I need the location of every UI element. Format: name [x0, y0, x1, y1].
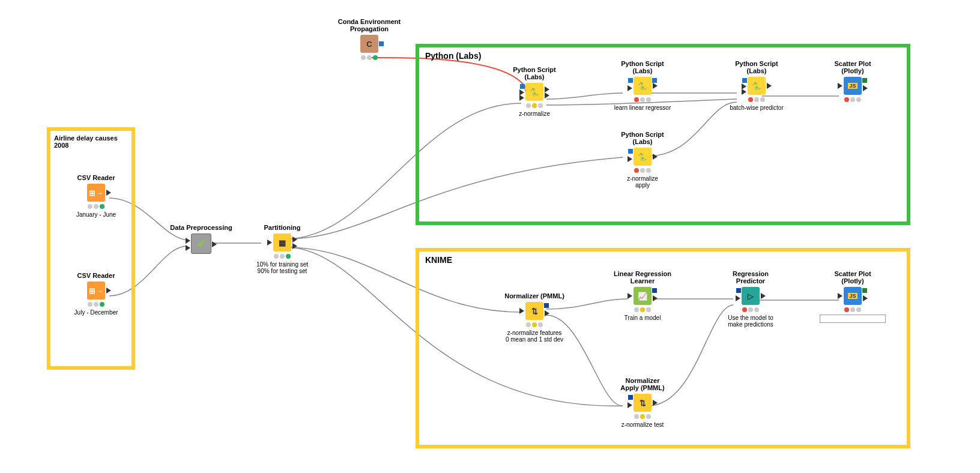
traffic-lights	[66, 204, 126, 209]
node-subtitle: 10% for training set 90% for testing set	[243, 261, 321, 274]
node-title: CSV Reader	[66, 174, 126, 181]
empty-annotation[interactable]	[820, 315, 886, 323]
normalizer-icon: ⇅	[525, 302, 543, 320]
node-python-znormalize-apply[interactable]: Python Script (Labs) 🐍 z-normalize apply	[603, 131, 682, 188]
normalizer-icon: ⇅	[634, 394, 652, 412]
node-data-preprocessing[interactable]: Data Preprocessing ✔	[165, 224, 237, 254]
node-partitioning[interactable]: Partitioning ▦ 10% for training set 90% …	[243, 224, 321, 274]
node-subtitle: z-normalize apply	[603, 175, 682, 188]
node-title: Scatter Plot (Plotly)	[820, 60, 886, 74]
node-subtitle: z-normalize features 0 mean and 1 std de…	[492, 330, 576, 343]
node-python-linreg[interactable]: Python Script (Labs) 🐍 learn linear regr…	[603, 60, 682, 111]
csv-icon: ⊞→	[87, 184, 105, 202]
node-csv-reader-1[interactable]: CSV Reader ⊞→ January - June	[66, 174, 126, 218]
traffic-lights	[712, 307, 790, 312]
node-python-znormalize[interactable]: Python Script (Labs) 🐍 z-normalize	[501, 66, 567, 117]
regpred-icon: ▷	[742, 287, 760, 305]
csv-icon: ⊞→	[87, 282, 105, 300]
traffic-lights	[603, 168, 682, 173]
node-conda-title: Conda Environment Propagation	[330, 18, 408, 32]
traffic-lights	[243, 254, 321, 259]
traffic-lights	[606, 414, 679, 419]
node-title: Partitioning	[243, 224, 321, 231]
node-normalizer-apply[interactable]: Normalizer Apply (PMML) ⇅ z-normalize te…	[606, 377, 679, 428]
node-linreg-learner[interactable]: Linear Regression Learner 📈 Train a mode…	[606, 270, 679, 321]
scatter-icon: JS	[844, 77, 862, 95]
traffic-lights	[603, 97, 682, 102]
region-airline-title: Airline delay causes 2008	[54, 134, 132, 149]
node-python-batch[interactable]: Python Script (Labs) 🐍 batch-wise predic…	[718, 60, 796, 111]
region-airline[interactable]: Airline delay causes 2008	[47, 127, 135, 370]
conda-icon: C	[360, 35, 378, 53]
node-regression-predictor[interactable]: Regression Predictor ▷ Use the model to …	[712, 270, 790, 328]
node-subtitle: January - June	[66, 211, 126, 218]
node-subtitle: z-normalize	[501, 110, 567, 117]
node-title: Python Script (Labs)	[603, 60, 682, 74]
node-subtitle: batch-wise predictor	[718, 104, 796, 111]
node-normalizer-pmml[interactable]: Normalizer (PMML) ⇅ z-normalize features…	[492, 292, 576, 343]
python-icon: 🐍	[634, 77, 652, 95]
partition-icon: ▦	[273, 233, 291, 252]
traffic-lights	[66, 302, 126, 307]
traffic-lights	[330, 55, 408, 60]
region-python-title: Python (Labs)	[425, 51, 481, 61]
python-icon: 🐍	[525, 83, 543, 101]
node-subtitle: Train a model	[606, 315, 679, 321]
node-subtitle: z-normalize test	[606, 421, 679, 428]
traffic-lights	[501, 103, 567, 108]
node-subtitle: Use the model to make predictions	[712, 315, 790, 328]
metanode-icon: ✔	[191, 233, 211, 254]
node-title: Regression Predictor	[712, 270, 790, 285]
workflow-canvas[interactable]: Airline delay causes 2008 Python (Labs) …	[0, 0, 980, 473]
node-scatter-plot-1[interactable]: Scatter Plot (Plotly) JS	[820, 60, 886, 102]
node-title: Python Script (Labs)	[603, 131, 682, 145]
node-title: CSV Reader	[66, 272, 126, 279]
node-title: Linear Regression Learner	[606, 270, 679, 285]
scatter-icon: JS	[844, 287, 862, 305]
python-icon: 🐍	[634, 148, 652, 166]
traffic-lights	[820, 307, 886, 312]
traffic-lights	[492, 322, 576, 327]
traffic-lights	[718, 97, 796, 102]
linreg-icon: 📈	[634, 287, 652, 305]
node-scatter-plot-2[interactable]: Scatter Plot (Plotly) JS	[820, 270, 886, 323]
node-subtitle: July - December	[66, 309, 126, 316]
node-title: Normalizer (PMML)	[492, 292, 576, 300]
node-subtitle: learn linear regressor	[603, 104, 682, 111]
node-title: Python Script (Labs)	[501, 66, 567, 80]
node-title: Python Script (Labs)	[718, 60, 796, 74]
node-csv-reader-2[interactable]: CSV Reader ⊞→ July - December	[66, 272, 126, 316]
node-conda[interactable]: Conda Environment Propagation C	[330, 18, 408, 60]
traffic-lights	[606, 307, 679, 312]
python-icon: 🐍	[748, 77, 766, 95]
node-title: Data Preprocessing	[165, 224, 237, 231]
node-title: Normalizer Apply (PMML)	[606, 377, 679, 391]
node-title: Scatter Plot (Plotly)	[820, 270, 886, 285]
region-knime-title: KNIME	[425, 255, 452, 265]
traffic-lights	[820, 97, 886, 102]
